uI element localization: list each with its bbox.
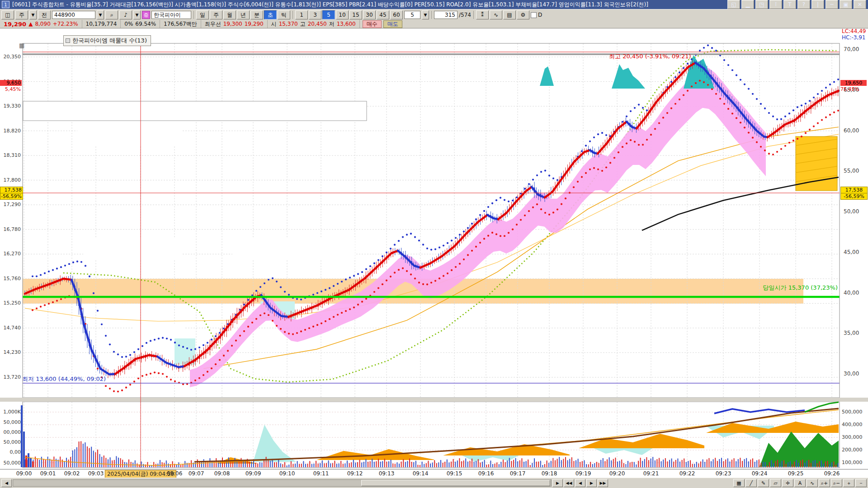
time-axis-label: 09:24 xyxy=(752,470,768,477)
interval-button-45[interactable]: 45 xyxy=(377,10,389,19)
window-title: [0601] 주식종합차트 - 유통비율[35.7] 거래대금[176,156(… xyxy=(12,1,725,9)
best-ask: 19,290 xyxy=(245,21,264,27)
low-label: 저 xyxy=(329,20,335,28)
asset-type-select[interactable]: 주 xyxy=(15,10,28,19)
scroll-fast-right-button[interactable]: ▶▶ xyxy=(598,479,608,487)
time-axis-label: 09:22 xyxy=(679,470,695,477)
settings-gear-icon[interactable]: ⚙ xyxy=(517,10,529,19)
price-change: 8,090 xyxy=(35,21,50,27)
scroll-fast-left-button[interactable]: ◀◀ xyxy=(564,479,574,487)
window-popout-icon[interactable]: ◱ xyxy=(727,0,740,9)
scroll-left-button[interactable]: ◀ xyxy=(575,479,585,487)
trendline-icon[interactable]: ╱ xyxy=(745,479,757,487)
interval-button-60[interactable]: 60 xyxy=(390,10,403,19)
time-axis-label: 09:07 xyxy=(189,470,204,477)
toolbar: ◫ 주 ▼ 전 448900 ▼ ⌕ ♪ ▼ 증 한국피아이 일주월년분초틱 1… xyxy=(0,9,868,21)
scrollbar-thumb[interactable] xyxy=(361,480,550,486)
trade-amount: 176,567백만 xyxy=(164,20,197,28)
interval-button-10[interactable]: 10 xyxy=(336,10,349,19)
time-axis-label: 09:06 xyxy=(167,470,183,477)
interval-button-1[interactable]: 1 xyxy=(295,10,308,19)
pct-a: 0% xyxy=(124,21,133,27)
open-label: 시 xyxy=(271,20,277,28)
chart-window-icon[interactable]: ◫ xyxy=(1,10,14,19)
status-icon-group: ▦╱✎▱✛A∿⌕+⌕−＋－ xyxy=(733,479,867,487)
period-button-분[interactable]: 분 xyxy=(250,10,263,19)
window-restore-icon[interactable]: ▣ xyxy=(840,0,852,9)
prev-button[interactable]: 전 xyxy=(38,10,51,19)
window-clone-window-icon[interactable]: ◳ xyxy=(755,0,768,9)
custom-interval-dropdown-icon[interactable]: ▼ xyxy=(422,10,429,19)
empty-tooltip-box xyxy=(23,101,367,121)
zoom-in-icon[interactable]: ⌕+ xyxy=(819,479,830,487)
time-axis-label: 09:19 xyxy=(576,470,591,477)
eraser-icon[interactable]: ▱ xyxy=(770,479,781,487)
interval-button-30[interactable]: 30 xyxy=(363,10,376,19)
plus-icon[interactable]: ＋ xyxy=(843,479,854,487)
time-axis-label: 09:08 xyxy=(214,470,230,477)
time-axis-label: 09:11 xyxy=(313,470,329,477)
period-button-년[interactable]: 년 xyxy=(237,10,250,19)
sound-dropdown-icon[interactable]: ▼ xyxy=(133,10,141,19)
window-minimize-icon[interactable]: ─ xyxy=(826,0,838,9)
compare-icon[interactable]: ⁑ xyxy=(476,10,489,19)
zoom-out-icon[interactable]: ⌕− xyxy=(831,479,842,487)
toolbar-icon-group: ⁑∿▤⚙ xyxy=(476,10,529,19)
high-value: 20,450 xyxy=(308,21,327,27)
window-minimize-panel-icon[interactable]: ▁ xyxy=(741,0,754,9)
d-checkbox[interactable] xyxy=(531,12,537,18)
window-pin-icon[interactable]: ⊺ xyxy=(769,0,782,9)
minus-icon[interactable]: － xyxy=(855,479,867,487)
window-separator[interactable]: | xyxy=(811,0,824,9)
interval-button-5[interactable]: 5 xyxy=(322,10,335,19)
text-tool-icon[interactable]: A xyxy=(794,479,806,487)
tick-counter-input[interactable]: 315 xyxy=(434,11,458,19)
code-dropdown-icon[interactable]: ▼ xyxy=(97,10,104,19)
time-axis-label: 09:09 xyxy=(245,470,261,477)
scroll-right-arrow-button[interactable]: ▶ xyxy=(552,479,563,487)
buy-button[interactable]: 매수 xyxy=(363,20,382,28)
period-button-초[interactable]: 초 xyxy=(264,10,277,19)
sound-icon[interactable]: ♪ xyxy=(119,10,132,19)
grid-icon[interactable]: ▦ xyxy=(733,479,745,487)
window-close-icon[interactable]: ✕ xyxy=(854,0,866,9)
period-button-월[interactable]: 월 xyxy=(223,10,236,19)
d-checkbox-label: D xyxy=(538,12,542,18)
sell-button[interactable]: 매도 xyxy=(383,20,402,28)
stock-code-input[interactable]: 448900 xyxy=(52,11,95,19)
period-button-틱[interactable]: 틱 xyxy=(278,10,290,19)
interval-button-group: 1351015304560 xyxy=(295,10,403,19)
search-icon[interactable]: ⌕ xyxy=(105,10,118,19)
pane-splitter xyxy=(0,398,868,402)
scroll-left-arrow-button[interactable]: ◀ xyxy=(1,479,12,487)
save-icon[interactable]: ▤ xyxy=(503,10,516,19)
stock-name-field: 한국피아이 xyxy=(151,11,191,19)
current-price: 19,290 xyxy=(4,21,26,28)
time-axis-label: 09:23 xyxy=(716,470,731,477)
interval-button-3[interactable]: 3 xyxy=(309,10,321,19)
pencil-icon[interactable]: ✎ xyxy=(758,479,769,487)
period-button-주[interactable]: 주 xyxy=(210,10,222,19)
time-axis-label: 09:16 xyxy=(478,470,494,477)
time-axis-label: 09:20 xyxy=(609,470,625,477)
status-bar: ◀ ▶ ◀◀◀▶▶▶ ▦╱✎▱✛A∿⌕+⌕−＋－ xyxy=(0,478,868,488)
time-axis-label: 09:00 xyxy=(16,470,32,477)
window-text-tool-icon[interactable]: T xyxy=(783,0,796,9)
indicator-icon[interactable]: ∿ xyxy=(807,479,818,487)
scroll-right-button[interactable]: ▶ xyxy=(586,479,597,487)
time-axis-label: 09:17 xyxy=(510,470,526,477)
main-chart-svg[interactable] xyxy=(0,0,868,488)
high-label: 고 xyxy=(300,20,306,28)
window-help-icon[interactable]: ? xyxy=(797,0,810,9)
horizontal-scrollbar[interactable] xyxy=(13,479,552,487)
period-button-일[interactable]: 일 xyxy=(196,10,209,19)
open-value: 15,370 xyxy=(279,21,298,27)
crosshair-icon[interactable]: ✛ xyxy=(782,479,793,487)
best-quote-label: 최우선 xyxy=(205,20,221,28)
time-axis-label: 09:21 xyxy=(643,470,659,477)
zigzag-chart-icon[interactable]: ∿ xyxy=(490,10,502,19)
asset-type-dropdown-icon[interactable]: ▼ xyxy=(29,10,37,19)
interval-button-15[interactable]: 15 xyxy=(349,10,362,19)
custom-interval-select[interactable]: 5 xyxy=(404,11,420,19)
pct-b: 69.54% xyxy=(135,21,156,27)
